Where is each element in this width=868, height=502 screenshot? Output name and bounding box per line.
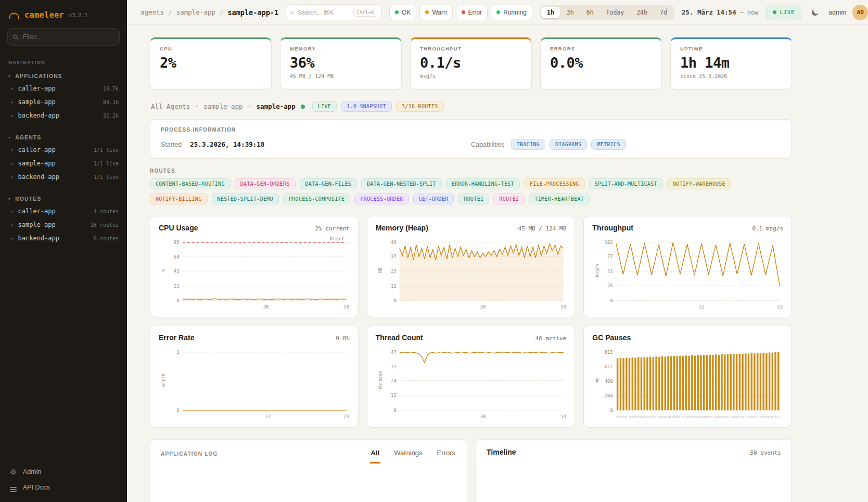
log-tab-warnings[interactable]: Warnings [393,448,423,464]
sidebar-item-routes-sample-app[interactable]: ▸sample-app16 routes [0,218,127,231]
sidebar-item-agents-sample-app[interactable]: ▸sample-app1/1 live [0,157,127,170]
date-label: 25. März [682,8,713,16]
chart-header: Error Rate0.0% [159,333,350,342]
sidebar-item-applications-backend-app[interactable]: ▸backend-app32.2k [0,109,127,122]
route-pill-content-based-routing[interactable]: CONTENT-BASED-ROUTING [150,178,231,189]
capabilities-label: Capabilities [471,141,505,148]
app-logo: cameleer v3.2.1 [0,0,127,28]
sidebar: cameleer v3.2.1 NAVIGATION ▾APPLICATIONS… [0,0,127,502]
agent-crumb-sample-app[interactable]: sample-app [203,102,242,110]
route-pill-notify-warehouse[interactable]: NOTIFY-WAREHOUSE [667,178,731,189]
cameleer-logo-icon [8,9,20,21]
filter-input[interactable] [23,33,114,41]
sidebar-section-header-routes[interactable]: ▾ROUTES [0,193,127,204]
sidebar-item-meta: 1/1 live [94,174,119,180]
sidebar-footer-api-docs[interactable]: API Docs [9,483,118,492]
sidebar-item-agents-caller-app[interactable]: ▸caller-app1/1 live [0,143,127,157]
filter-chip-label: Error [468,9,482,16]
search-input[interactable] [298,9,350,16]
svg-text:37: 37 [391,254,397,259]
sidebar-footer-admin[interactable]: ⚙Admin [9,468,118,476]
route-pill-error-handling-test[interactable]: ERROR-HANDLING-TEST [446,178,520,189]
started-value: 25.3.2026, 14:39:18 [190,140,264,148]
sidebar-item-routes-caller-app[interactable]: ▸caller-app4 routes [0,204,127,218]
route-pill-route2[interactable]: ROUTE2 [493,194,525,204]
process-information-card: PROCESS INFORMATION Started 25.3.2026, 1… [150,119,792,159]
chart-title: CPU Usage [159,224,198,232]
sidebar-item-agents-backend-app[interactable]: ▸backend-app1/1 live [0,170,127,184]
svg-text:59: 59 [560,415,566,420]
filter-chip-ok[interactable]: OK [389,5,416,20]
route-pill-route1[interactable]: ROUTE1 [458,194,489,204]
chart-card-gc-pauses: GC Pauses0204408611815ms2026032514:39202… [583,326,792,427]
sidebar-item-meta: 84.1k [103,99,119,105]
filter-chip-running[interactable]: Running [491,5,532,20]
sidebar-item-label: backend-app [18,173,59,181]
chevron-down-icon: ▾ [8,135,11,140]
svg-text:49: 49 [391,240,397,245]
chart-plot: 01err/h1223 [159,346,350,421]
log-tab-errors[interactable]: Errors [436,448,456,464]
svg-text:611: 611 [605,364,613,369]
range-now-label: now [747,9,759,16]
time-range-group: 1h3h6hToday24h7d [540,5,674,20]
sidebar-item-routes-backend-app[interactable]: ▸backend-app6 routes [0,231,127,245]
route-pill-nested-split-demo[interactable]: NESTED-SPLIT-DEMO [212,194,279,204]
sidebar-section-header-applications[interactable]: ▾APPLICATIONS [0,70,127,82]
route-pill-notify-billing[interactable]: NOTIFY-BILLING [150,194,208,204]
chart-card-throughput: Throughput0.1 msg/s0265177102msg/s1223 [583,216,792,317]
svg-text:12: 12 [391,284,397,289]
capability-badge-diagrams: DIAGRAMS [550,139,588,150]
svg-text:204: 204 [605,393,613,398]
route-pill-get-order[interactable]: GET-ORDER [413,194,454,204]
time-range-3h[interactable]: 3h [561,7,580,18]
process-info-heading: PROCESS INFORMATION [161,127,781,133]
breadcrumb-sample-app[interactable]: sample-app [176,8,215,16]
gear-icon: ⚙ [9,468,17,476]
sidebar-item-meta: 16 routes [91,222,119,228]
filter-chip-label: OK [402,9,411,16]
list-icon [9,483,17,492]
time-range-today[interactable]: Today [601,7,630,18]
live-badge[interactable]: LIVE [766,5,802,20]
sidebar-section-agents: ▾AGENTS▸caller-app1/1 live▸sample-app1/1… [0,132,127,184]
time-range-24h[interactable]: 24h [631,7,653,18]
route-pill-data-gen-files[interactable]: DATA-GEN-FILES [300,178,358,189]
agent-bar-crumbs: All Agents•sample-app•sample-app [151,102,305,110]
sidebar-section-header-agents[interactable]: ▾AGENTS [0,132,127,143]
time-range-6h[interactable]: 6h [581,7,599,18]
sidebar-item-applications-sample-app[interactable]: ▸sample-app84.1k [0,95,127,109]
sidebar-item-label: caller-app [18,85,56,92]
route-pill-file-processing[interactable]: FILE-PROCESSING [524,178,585,189]
agent-badge-3-16-routes: 3/16 ROUTES [396,101,444,112]
chart-header: GC Pauses [592,333,783,342]
avatar[interactable]: AD [852,5,868,20]
process-capabilities: Capabilities TRACINGDIAGRAMSMETRICS [471,139,781,150]
route-pill-process-order[interactable]: PROCESS-ORDER [354,194,409,204]
time-range-1h[interactable]: 1h [541,7,560,18]
chart-current-value: 0.1 msg/s [752,225,783,232]
date-range-picker[interactable]: 25. März 14:54 — now [682,8,759,16]
agent-crumb-all-agents[interactable]: All Agents [151,102,190,110]
topbar: agents / sample-app / sample-app-1 Ctrl+… [127,0,868,25]
sidebar-item-applications-caller-app[interactable]: ▸caller-app10.7k [0,82,127,95]
route-pill-split-and-multicast[interactable]: SPLIT-AND-MULTICAST [589,178,663,189]
route-pill-data-gen-orders[interactable]: DATA-GEN-ORDERS [235,178,296,189]
global-search[interactable]: Ctrl+K [286,4,382,20]
log-tab-all[interactable]: All [370,448,381,464]
dark-mode-toggle[interactable] [808,5,822,20]
stat-label: MEMORY [290,46,392,52]
chart-plot: 021436485%Alert3059 [159,236,350,312]
moon-icon [811,8,820,17]
chevron-right-icon: ▸ [11,209,14,214]
time-range-7d[interactable]: 7d [654,7,673,18]
breadcrumb-agents[interactable]: agents [141,8,164,16]
search-icon [13,34,19,40]
stat-card-cpu: CPU2% [150,37,272,89]
route-pill-timer-heartbeat[interactable]: TIMER-HEARTBEAT [529,194,590,204]
route-pill-data-gen-nested-split[interactable]: DATA-GEN-NESTED-SPLIT [361,178,442,189]
route-pill-process-composite[interactable]: PROCESS-COMPOSITE [283,194,350,204]
sidebar-item-label: sample-app [18,160,56,167]
filter-chip-warn[interactable]: Warn [419,5,452,20]
filter-chip-error[interactable]: Error [456,5,488,20]
